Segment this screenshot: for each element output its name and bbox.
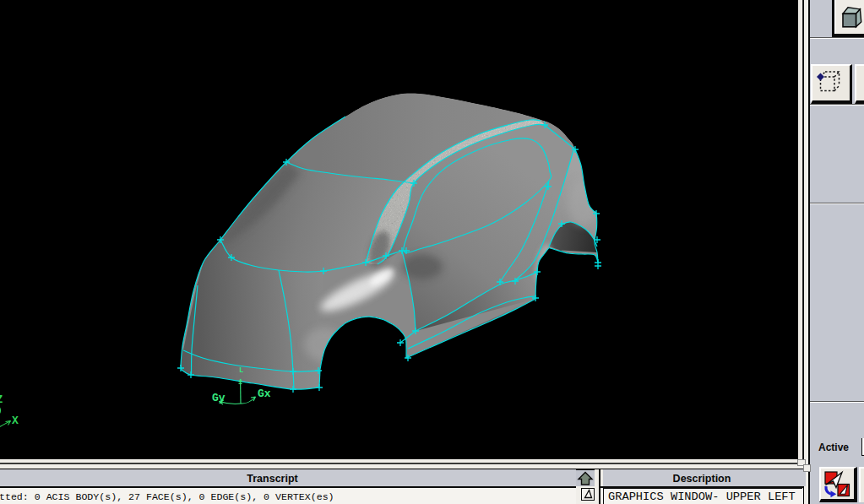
svg-text:Z: Z (0, 393, 3, 406)
svg-text:X: X (12, 415, 19, 427)
svg-text:Gx: Gx (258, 387, 271, 400)
svg-text:Gy: Gy (212, 392, 226, 404)
svg-text:L: L (239, 366, 243, 375)
